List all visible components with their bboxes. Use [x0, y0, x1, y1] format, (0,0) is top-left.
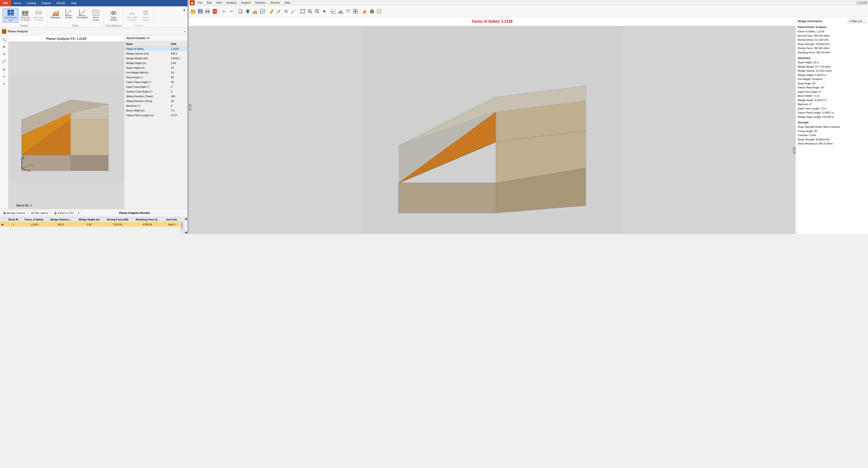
tb-color[interactable]: [244, 8, 251, 15]
show-min-fs-btn[interactable]: Show MinFS Result: [19, 8, 31, 22]
menu-results[interactable]: Results: [54, 0, 68, 6]
tb-eraser[interactable]: [361, 8, 368, 15]
tb-redo[interactable]: ↪: [228, 8, 235, 15]
histogram-icon: [52, 9, 59, 16]
zoom-out-btn[interactable]: ⊕: [1, 66, 7, 73]
bench-design-btn[interactable]: BenchDesign: [90, 8, 102, 22]
tb-line-chart[interactable]: [330, 8, 337, 15]
rw-menu-file[interactable]: File: [195, 1, 205, 5]
tb-undo[interactable]: ↩: [221, 8, 227, 15]
cumulative-label: Cumulative: [77, 16, 88, 19]
tb-stats[interactable]: [259, 8, 266, 15]
svg-rect-53: [207, 9, 209, 11]
result-data-cell: 555.5: [169, 51, 187, 56]
tb-table-icon[interactable]: [376, 8, 382, 15]
col-name: Name: [124, 41, 169, 46]
svg-rect-58: [239, 9, 242, 12]
tb-pencil[interactable]: [268, 8, 275, 15]
tb-rock[interactable]: [369, 8, 375, 15]
show-mean-fs-btn[interactable]: Show MeanFS Result: [32, 8, 45, 22]
tb-zoom-in[interactable]: [306, 8, 313, 15]
rw-menu-support[interactable]: Support: [239, 1, 253, 5]
fos-label: Factor of Safety: 1.2128: [189, 17, 434, 26]
contour-options-btn[interactable]: ContourOptions: [140, 8, 151, 22]
svg-rect-2: [7, 12, 10, 15]
scatter-btn[interactable]: Scatter: [63, 8, 74, 20]
td-fs: 1.2128: [21, 222, 46, 227]
tb-resize[interactable]: [352, 8, 359, 15]
ribbon-collapse[interactable]: ▲: [182, 7, 186, 28]
svg-line-81: [301, 12, 302, 13]
export-dropdown-icon[interactable]: ▼: [78, 212, 80, 214]
tb-table-view[interactable]: [345, 8, 351, 15]
tb-bar-chart[interactable]: [338, 8, 344, 15]
menu-help[interactable]: Help: [68, 0, 79, 6]
tb-print[interactable]: [204, 8, 211, 15]
menu-loading[interactable]: Loading: [24, 0, 39, 6]
table-scrollbar[interactable]: ▲ ▼: [184, 217, 187, 234]
zoom-in-btn[interactable]: 🔎: [1, 58, 7, 64]
export-csv-label: Export to CSV...: [58, 212, 75, 214]
bench-design-label: BenchDesign: [93, 16, 99, 21]
rw-menu-window[interactable]: Window: [268, 1, 282, 5]
result-name-cell: Upper Face Angle (°): [124, 85, 169, 89]
left-resize-handle[interactable]: ◀: [189, 104, 191, 111]
redo-btn[interactable]: ⟳: [1, 81, 7, 87]
tb-chart2[interactable]: [252, 8, 258, 15]
tb-sep4: [298, 9, 298, 14]
result-name-cell: Bench Width (m): [124, 108, 169, 113]
svg-rect-94: [342, 11, 342, 13]
svg-point-17: [69, 11, 70, 12]
panel-close-btn[interactable]: ▾: [184, 30, 186, 33]
td-wedge-height: 5.93: [75, 222, 103, 227]
svg-rect-102: [355, 11, 358, 13]
svg-rect-5: [22, 11, 25, 14]
rw-menu-help[interactable]: Help: [282, 1, 292, 5]
manage-columns-btn[interactable]: ▦ Manage columns: [1, 211, 28, 215]
bench-icon: [92, 9, 100, 16]
tb-settings[interactable]: [283, 8, 289, 15]
svg-text:PDF: PDF: [213, 11, 217, 12]
cumulative-btn[interactable]: Cumulative: [75, 8, 89, 20]
zoom-fit-btn[interactable]: 🔍: [1, 36, 7, 43]
tb-zoom-extent[interactable]: [299, 8, 306, 15]
row-arrow: ▶: [0, 222, 6, 227]
td-joint-info: Joint 3: [163, 222, 180, 227]
tb-tool2[interactable]: [290, 8, 297, 15]
menu-support[interactable]: Support: [39, 0, 54, 6]
toggle-visibility-btn[interactable]: ToggleVisibility: [108, 8, 119, 22]
rw-menu-statistics[interactable]: Statistics: [253, 1, 268, 5]
show-results-grid-btn[interactable]: Show ResultsGrid: [3, 8, 18, 23]
histogram-btn[interactable]: Histogram: [49, 8, 62, 20]
svg-point-16: [68, 12, 69, 13]
tb-measure[interactable]: [275, 8, 282, 15]
show-mean-fs-label: Show MeanFS Result: [33, 16, 44, 21]
export-csv-btn[interactable]: 📤 Export to CSV... ▼: [52, 211, 82, 215]
tb-pan[interactable]: ✥: [321, 8, 328, 15]
tb-zoom-out[interactable]: [314, 8, 320, 15]
svg-rect-3: [11, 12, 14, 15]
rotate-btn[interactable]: ↺: [1, 51, 7, 57]
undo-btn[interactable]: ⟲: [1, 73, 7, 80]
menu-file[interactable]: File: [0, 0, 11, 6]
td-block-id: 1: [6, 222, 21, 227]
show-water-btn[interactable]: Show WaterContours: [125, 8, 139, 22]
svg-text:X: X: [29, 169, 31, 172]
tb-export-pdf[interactable]: PDF: [211, 8, 218, 15]
svg-rect-63: [254, 10, 255, 13]
svg-point-74: [285, 10, 287, 12]
tb-copy[interactable]: [237, 8, 244, 15]
rw-menu-edit[interactable]: Edit: [205, 1, 214, 5]
rw-menu-view[interactable]: View: [214, 1, 224, 5]
rw-menu-analysis[interactable]: Analysis: [224, 1, 239, 5]
result-table: Name Data Factor of Safety1.2128Wedge Vo…: [124, 41, 187, 209]
result-name-cell: Unit Weight (kN/m3): [124, 70, 169, 75]
result-data-cell: 30: [169, 99, 187, 104]
filter-options-btn[interactable]: ⚙ Filter options: [29, 211, 51, 215]
svg-marker-33: [71, 120, 108, 155]
pan-btn[interactable]: ✥: [1, 44, 7, 50]
svg-rect-11: [54, 11, 56, 15]
tb-open[interactable]: [190, 8, 196, 15]
menu-home[interactable]: Home: [11, 0, 24, 6]
tb-save[interactable]: [197, 8, 204, 15]
